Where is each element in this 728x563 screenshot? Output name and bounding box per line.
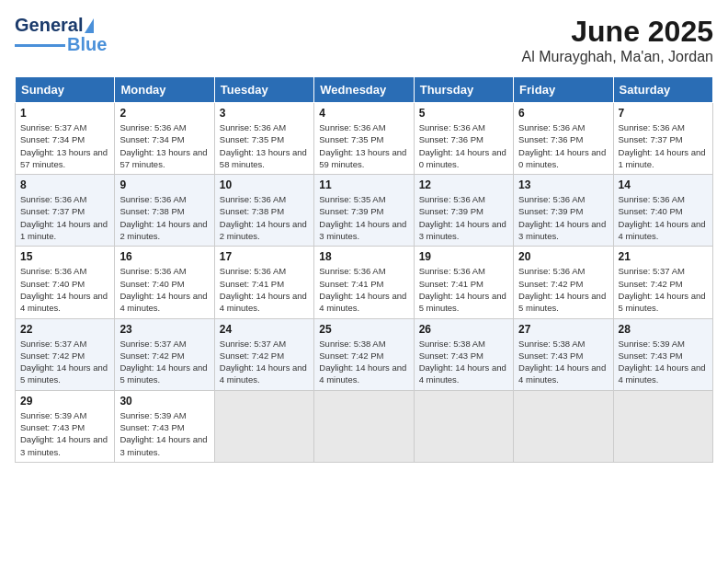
day-info: Sunrise: 5:36 AMSunset: 7:40 PMDaylight:… (119, 265, 209, 314)
calendar-week-row: 15 Sunrise: 5:36 AMSunset: 7:40 PMDaylig… (16, 247, 713, 318)
day-number: 5 (419, 107, 508, 120)
day-number: 30 (119, 395, 209, 408)
calendar-day-cell (314, 390, 414, 462)
header-sunday: Sunday (16, 77, 115, 103)
day-number: 12 (419, 178, 508, 191)
day-number: 19 (419, 250, 508, 263)
day-info: Sunrise: 5:36 AMSunset: 7:41 PMDaylight:… (419, 265, 508, 314)
calendar-day-cell: 23 Sunrise: 5:37 AMSunset: 7:42 PMDaylig… (115, 318, 214, 390)
calendar-day-cell: 1 Sunrise: 5:37 AMSunset: 7:34 PMDayligh… (16, 103, 115, 175)
day-info: Sunrise: 5:37 AMSunset: 7:34 PMDaylight:… (20, 121, 109, 170)
day-info: Sunrise: 5:38 AMSunset: 7:42 PMDaylight:… (319, 338, 408, 386)
calendar-day-cell: 8 Sunrise: 5:36 AMSunset: 7:37 PMDayligh… (16, 175, 115, 247)
day-info: Sunrise: 5:36 AMSunset: 7:36 PMDaylight:… (518, 121, 608, 170)
day-info: Sunrise: 5:35 AMSunset: 7:39 PMDaylight:… (319, 193, 408, 242)
day-number: 11 (319, 178, 408, 191)
calendar-week-row: 29 Sunrise: 5:39 AMSunset: 7:43 PMDaylig… (16, 390, 713, 462)
header-friday: Friday (514, 77, 613, 103)
title-area: June 2025 Al Murayghah, Ma'an, Jordan (522, 15, 714, 65)
day-number: 16 (119, 250, 209, 263)
day-info: Sunrise: 5:36 AMSunset: 7:39 PMDaylight:… (518, 193, 608, 242)
day-number: 10 (220, 178, 309, 191)
day-number: 6 (518, 107, 608, 120)
day-info: Sunrise: 5:36 AMSunset: 7:34 PMDaylight:… (119, 121, 209, 170)
day-number: 21 (619, 250, 708, 263)
calendar-day-cell: 29 Sunrise: 5:39 AMSunset: 7:43 PMDaylig… (16, 390, 115, 462)
logo: General Blue (15, 15, 107, 55)
day-number: 1 (20, 107, 109, 120)
day-info: Sunrise: 5:39 AMSunset: 7:43 PMDaylight:… (619, 338, 708, 386)
day-info: Sunrise: 5:36 AMSunset: 7:40 PMDaylight:… (619, 193, 708, 242)
day-info: Sunrise: 5:36 AMSunset: 7:41 PMDaylight:… (319, 265, 408, 314)
day-info: Sunrise: 5:36 AMSunset: 7:42 PMDaylight:… (518, 265, 608, 314)
calendar-day-cell: 24 Sunrise: 5:37 AMSunset: 7:42 PMDaylig… (214, 318, 313, 390)
day-info: Sunrise: 5:36 AMSunset: 7:35 PMDaylight:… (220, 121, 309, 170)
calendar-day-cell: 19 Sunrise: 5:36 AMSunset: 7:41 PMDaylig… (414, 247, 513, 318)
calendar-day-cell: 17 Sunrise: 5:36 AMSunset: 7:41 PMDaylig… (214, 247, 313, 318)
calendar-title: June 2025 (522, 15, 714, 49)
calendar-day-cell: 22 Sunrise: 5:37 AMSunset: 7:42 PMDaylig… (16, 318, 115, 390)
logo-text-blue: Blue (67, 34, 107, 55)
day-number: 20 (518, 250, 608, 263)
calendar-day-cell: 13 Sunrise: 5:36 AMSunset: 7:39 PMDaylig… (514, 175, 613, 247)
day-number: 26 (419, 323, 508, 336)
day-number: 9 (119, 178, 209, 191)
day-info: Sunrise: 5:36 AMSunset: 7:35 PMDaylight:… (319, 121, 408, 170)
calendar-day-cell: 27 Sunrise: 5:38 AMSunset: 7:43 PMDaylig… (514, 318, 613, 390)
day-number: 29 (20, 395, 109, 408)
day-info: Sunrise: 5:37 AMSunset: 7:42 PMDaylight:… (220, 338, 309, 386)
day-number: 25 (319, 323, 408, 336)
calendar-day-cell: 28 Sunrise: 5:39 AMSunset: 7:43 PMDaylig… (613, 318, 712, 390)
day-info: Sunrise: 5:37 AMSunset: 7:42 PMDaylight:… (119, 338, 209, 386)
header-monday: Monday (115, 77, 214, 103)
calendar-week-row: 8 Sunrise: 5:36 AMSunset: 7:37 PMDayligh… (16, 175, 713, 247)
day-number: 24 (220, 323, 309, 336)
calendar-day-cell: 15 Sunrise: 5:36 AMSunset: 7:40 PMDaylig… (16, 247, 115, 318)
calendar-day-cell: 14 Sunrise: 5:36 AMSunset: 7:40 PMDaylig… (613, 175, 712, 247)
logo-triangle-icon (85, 18, 94, 33)
day-number: 15 (20, 250, 109, 263)
logo-text-general: General (15, 15, 83, 36)
day-info: Sunrise: 5:36 AMSunset: 7:38 PMDaylight:… (119, 193, 209, 242)
calendar-day-cell: 26 Sunrise: 5:38 AMSunset: 7:43 PMDaylig… (414, 318, 513, 390)
calendar-day-cell: 30 Sunrise: 5:39 AMSunset: 7:43 PMDaylig… (115, 390, 214, 462)
day-info: Sunrise: 5:39 AMSunset: 7:43 PMDaylight:… (20, 409, 109, 458)
calendar-day-cell (414, 390, 513, 462)
day-info: Sunrise: 5:38 AMSunset: 7:43 PMDaylight:… (419, 338, 508, 386)
day-info: Sunrise: 5:36 AMSunset: 7:37 PMDaylight:… (619, 121, 708, 170)
header-thursday: Thursday (414, 77, 513, 103)
day-number: 27 (518, 323, 608, 336)
day-info: Sunrise: 5:37 AMSunset: 7:42 PMDaylight:… (20, 338, 109, 386)
calendar-day-cell: 20 Sunrise: 5:36 AMSunset: 7:42 PMDaylig… (514, 247, 613, 318)
day-info: Sunrise: 5:37 AMSunset: 7:42 PMDaylight:… (619, 265, 708, 314)
calendar-day-cell: 4 Sunrise: 5:36 AMSunset: 7:35 PMDayligh… (314, 103, 414, 175)
day-number: 17 (220, 250, 309, 263)
calendar-day-cell (514, 390, 613, 462)
calendar-table: Sunday Monday Tuesday Wednesday Thursday… (15, 76, 713, 463)
calendar-day-cell: 21 Sunrise: 5:37 AMSunset: 7:42 PMDaylig… (613, 247, 712, 318)
logo-blue-line (15, 44, 65, 47)
header-tuesday: Tuesday (214, 77, 313, 103)
calendar-week-row: 22 Sunrise: 5:37 AMSunset: 7:42 PMDaylig… (16, 318, 713, 390)
calendar-day-cell: 2 Sunrise: 5:36 AMSunset: 7:34 PMDayligh… (115, 103, 214, 175)
day-info: Sunrise: 5:39 AMSunset: 7:43 PMDaylight:… (119, 409, 209, 458)
day-number: 7 (619, 107, 708, 120)
calendar-day-cell (613, 390, 712, 462)
day-number: 14 (619, 178, 708, 191)
header-wednesday: Wednesday (314, 77, 414, 103)
day-number: 2 (119, 107, 209, 120)
day-info: Sunrise: 5:36 AMSunset: 7:39 PMDaylight:… (419, 193, 508, 242)
page-header: General Blue June 2025 Al Murayghah, Ma'… (15, 15, 713, 65)
day-number: 18 (319, 250, 408, 263)
day-number: 4 (319, 107, 408, 120)
calendar-day-cell: 12 Sunrise: 5:36 AMSunset: 7:39 PMDaylig… (414, 175, 513, 247)
day-info: Sunrise: 5:36 AMSunset: 7:37 PMDaylight:… (20, 193, 109, 242)
header-saturday: Saturday (613, 77, 712, 103)
calendar-day-cell (214, 390, 313, 462)
calendar-day-cell: 3 Sunrise: 5:36 AMSunset: 7:35 PMDayligh… (214, 103, 313, 175)
day-number: 23 (119, 323, 209, 336)
day-number: 22 (20, 323, 109, 336)
calendar-day-cell: 11 Sunrise: 5:35 AMSunset: 7:39 PMDaylig… (314, 175, 414, 247)
calendar-day-cell: 10 Sunrise: 5:36 AMSunset: 7:38 PMDaylig… (214, 175, 313, 247)
calendar-day-cell: 16 Sunrise: 5:36 AMSunset: 7:40 PMDaylig… (115, 247, 214, 318)
